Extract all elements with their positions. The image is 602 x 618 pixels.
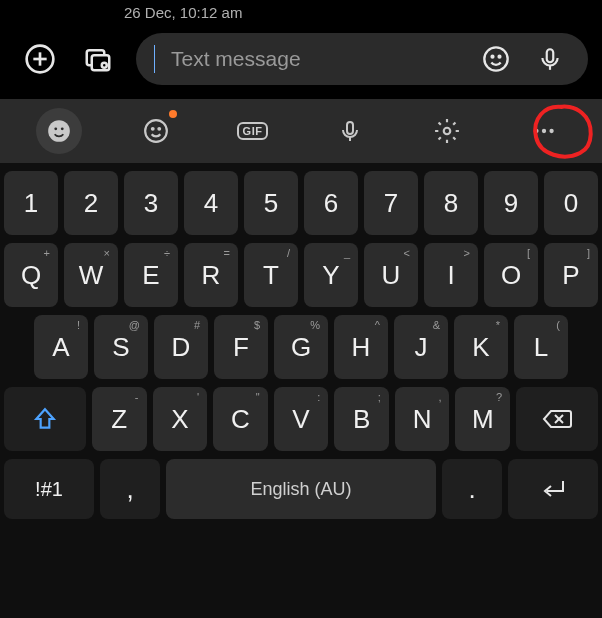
- toolbar-more-button[interactable]: [521, 108, 567, 154]
- key-c[interactable]: "C: [213, 387, 268, 451]
- key-k[interactable]: *K: [454, 315, 508, 379]
- key-i[interactable]: >I: [424, 243, 478, 307]
- toolbar-voice-button[interactable]: [327, 108, 373, 154]
- keyboard: 1 2 3 4 5 6 7 8 9 0 +Q ×W ÷E =R /T _Y <U…: [0, 163, 602, 618]
- key-a[interactable]: !A: [34, 315, 88, 379]
- key-backspace[interactable]: [516, 387, 598, 451]
- key-7[interactable]: 7: [364, 171, 418, 235]
- keyboard-row-z: -Z 'X "C :V ;B ,N ?M: [4, 387, 598, 451]
- add-attachment-button[interactable]: [20, 39, 60, 79]
- key-f[interactable]: $F: [214, 315, 268, 379]
- key-z[interactable]: -Z: [92, 387, 147, 451]
- keyboard-row-bottom: !#1 , English (AU) .: [4, 459, 598, 519]
- key-enter[interactable]: [508, 459, 598, 519]
- gif-label: GIF: [237, 122, 269, 140]
- key-o[interactable]: [O: [484, 243, 538, 307]
- svg-point-6: [484, 47, 507, 70]
- toolbar-sticker-button[interactable]: [133, 108, 179, 154]
- svg-point-22: [549, 129, 553, 133]
- svg-point-13: [60, 127, 63, 130]
- key-shift[interactable]: [4, 387, 86, 451]
- key-6[interactable]: 6: [304, 171, 358, 235]
- emoji-button[interactable]: [476, 39, 516, 79]
- toolbar-emoji-button[interactable]: [36, 108, 82, 154]
- compose-row: [0, 27, 602, 99]
- svg-point-21: [541, 129, 545, 133]
- key-9[interactable]: 9: [484, 171, 538, 235]
- key-l[interactable]: (L: [514, 315, 568, 379]
- gallery-button[interactable]: [78, 39, 118, 79]
- key-3[interactable]: 3: [124, 171, 178, 235]
- svg-point-20: [534, 129, 538, 133]
- key-p[interactable]: ]P: [544, 243, 598, 307]
- key-u[interactable]: <U: [364, 243, 418, 307]
- svg-point-8: [499, 56, 501, 58]
- keyboard-row-q: +Q ×W ÷E =R /T _Y <U >I [O ]P: [4, 243, 598, 307]
- message-timestamp: 26 Dec, 10:12 am: [0, 0, 602, 27]
- text-cursor: [154, 45, 155, 73]
- toolbar-gif-button[interactable]: GIF: [230, 108, 276, 154]
- key-g[interactable]: %G: [274, 315, 328, 379]
- key-q[interactable]: +Q: [4, 243, 58, 307]
- svg-point-15: [151, 128, 153, 130]
- key-4[interactable]: 4: [184, 171, 238, 235]
- key-space[interactable]: English (AU): [166, 459, 436, 519]
- key-0[interactable]: 0: [544, 171, 598, 235]
- key-e[interactable]: ÷E: [124, 243, 178, 307]
- key-1[interactable]: 1: [4, 171, 58, 235]
- notification-dot: [169, 110, 177, 118]
- compose-input-container[interactable]: [136, 33, 588, 85]
- key-b[interactable]: ;B: [334, 387, 389, 451]
- key-s[interactable]: @S: [94, 315, 148, 379]
- svg-point-7: [492, 56, 494, 58]
- svg-point-19: [443, 128, 450, 135]
- key-n[interactable]: ,N: [395, 387, 450, 451]
- key-v[interactable]: :V: [274, 387, 329, 451]
- message-input[interactable]: [171, 47, 462, 71]
- svg-rect-9: [547, 49, 554, 62]
- key-comma[interactable]: ,: [100, 459, 160, 519]
- svg-point-14: [145, 120, 167, 142]
- key-5[interactable]: 5: [244, 171, 298, 235]
- svg-rect-17: [347, 122, 353, 134]
- key-2[interactable]: 2: [64, 171, 118, 235]
- toolbar-settings-button[interactable]: [424, 108, 470, 154]
- svg-point-16: [158, 128, 160, 130]
- key-y[interactable]: _Y: [304, 243, 358, 307]
- key-m[interactable]: ?M: [455, 387, 510, 451]
- key-period[interactable]: .: [442, 459, 502, 519]
- svg-point-11: [48, 120, 70, 142]
- key-x[interactable]: 'X: [153, 387, 208, 451]
- voice-message-button[interactable]: [530, 39, 570, 79]
- svg-point-12: [54, 127, 57, 130]
- keyboard-row-a: !A @S #D $F %G ^H &J *K (L: [4, 315, 598, 379]
- key-d[interactable]: #D: [154, 315, 208, 379]
- key-8[interactable]: 8: [424, 171, 478, 235]
- key-w[interactable]: ×W: [64, 243, 118, 307]
- key-r[interactable]: =R: [184, 243, 238, 307]
- key-symbols[interactable]: !#1: [4, 459, 94, 519]
- keyboard-toolbar: GIF: [0, 99, 602, 163]
- key-t[interactable]: /T: [244, 243, 298, 307]
- key-j[interactable]: &J: [394, 315, 448, 379]
- key-h[interactable]: ^H: [334, 315, 388, 379]
- keyboard-row-numbers: 1 2 3 4 5 6 7 8 9 0: [4, 171, 598, 235]
